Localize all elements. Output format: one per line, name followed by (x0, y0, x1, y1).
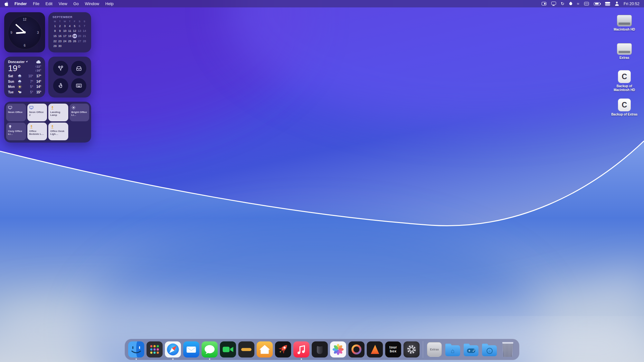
calendar-widget[interactable]: SEPTEMBER M T W T F S S 1 2 3 4 5 6 7 8 … (48, 12, 91, 52)
weather-widget[interactable]: Doncaster 19° ↑22° ↓16° Sat 10° 17° Sun … (4, 57, 45, 97)
dock-gear-utility[interactable] (403, 341, 420, 357)
dock: tour box Extras ⌂ ↓ (125, 339, 519, 360)
rain-icon (17, 74, 22, 78)
calendar-cell: 5 (72, 23, 77, 29)
dock-separator (423, 341, 423, 358)
desktop-icon-label: Backup of Extras (611, 113, 638, 116)
home-folder-icon: ⌂ (445, 345, 460, 356)
forecast-row: Tue 5° 15° (8, 89, 41, 95)
dock-color-ring-app[interactable] (348, 341, 365, 357)
day-header: S (77, 20, 82, 23)
game-controller-glyph (467, 348, 475, 353)
home-tile[interactable]: Office Bedside L… (27, 123, 47, 140)
dock-rocket-app[interactable] (275, 341, 291, 357)
menu-window[interactable]: Window (85, 2, 99, 6)
menu-go[interactable]: Go (73, 2, 79, 6)
battery-icon[interactable] (594, 2, 600, 5)
dock-downloads-folder[interactable]: ↓ (481, 341, 497, 357)
home-tile[interactable]: Neon Office (6, 104, 26, 121)
weather-high: ↑22° (35, 65, 41, 69)
dock-extras-stack[interactable]: Extras (426, 341, 442, 357)
dock-homepod-app[interactable] (312, 341, 328, 357)
monitor-icon (29, 106, 33, 110)
home-tile-label: Office Bedside L… (29, 130, 45, 136)
trash-icon (502, 342, 514, 357)
calendar-cell: 11 (67, 29, 72, 34)
menu-app-name[interactable]: Finder (14, 2, 27, 6)
dock-tourbox[interactable]: tour box (385, 341, 401, 357)
dock-safari[interactable] (165, 341, 181, 357)
shortcut-button-pins[interactable] (53, 61, 68, 76)
calendar-cell: 17 (62, 33, 67, 39)
desktop-icon-extras[interactable]: Extras (605, 43, 643, 60)
display-icon[interactable] (551, 2, 556, 5)
calendar-cell: 10 (62, 29, 67, 34)
desktop-icon-backup-macintosh-hd[interactable]: C Backup of Macintosh HD (605, 70, 643, 92)
forecast-day: Sat (8, 74, 17, 78)
control-center-icon[interactable] (605, 2, 610, 6)
sync-icon[interactable]: ↻ (561, 1, 564, 6)
scribble-icon[interactable]: ≈ (577, 1, 579, 6)
clock-widget[interactable]: 12 3 6 9 (4, 12, 45, 52)
forecast-day: Mon (8, 85, 17, 88)
dock-finder[interactable] (128, 341, 144, 357)
weather-low: ↓16° (35, 69, 41, 72)
lamp-icon (50, 125, 54, 129)
menu-view[interactable]: View (59, 2, 67, 6)
calendar-cell: 29 (52, 43, 57, 49)
home-tile-label: Neon Office (8, 111, 24, 114)
home-tile[interactable]: Landing Lamp (48, 104, 68, 121)
calendar-cell: 2 (57, 23, 62, 29)
user-switch-icon[interactable] (615, 2, 619, 6)
desktop-icon-backup-extras[interactable]: C Backup of Extras (605, 98, 643, 116)
home-tile[interactable]: Bright Office Li… (70, 104, 90, 121)
dock-music[interactable] (293, 341, 309, 357)
tap-icon (57, 82, 64, 89)
calendar-cell: 13 (77, 29, 82, 34)
keyboard-icon[interactable] (584, 2, 589, 5)
tourbox-text-line2: box (390, 349, 396, 353)
apple-logo-icon[interactable] (5, 1, 8, 6)
desktop-icon-macintosh-hd[interactable]: Macintosh HD (605, 15, 643, 32)
shortcut-button-keyboard[interactable] (71, 78, 86, 93)
dock-video-camera-app[interactable] (220, 341, 236, 357)
calendar-cell: 22 (52, 39, 57, 44)
day-header: M (52, 20, 57, 23)
home-tile[interactable]: Neon Office 2 (27, 104, 47, 121)
dock-launchpad[interactable] (147, 341, 163, 357)
day-header: T (67, 20, 72, 23)
wallpaper-waves (0, 0, 644, 362)
sun-icon (18, 85, 22, 89)
menu-clock[interactable]: Fri 20:52 (624, 2, 639, 6)
calendar-cell: 3 (62, 23, 67, 29)
dock-mail[interactable] (183, 341, 199, 357)
pins-icon (57, 65, 64, 72)
dock-trash[interactable] (500, 341, 516, 357)
droplet-icon[interactable] (569, 2, 573, 6)
home-tile[interactable]: Office Desk Ligh… (48, 123, 68, 140)
menu-edit[interactable]: Edit (45, 2, 52, 6)
calendar-cell: 23 (57, 39, 62, 44)
menu-help[interactable]: Help (105, 2, 114, 6)
shortcut-button-tap[interactable] (53, 78, 68, 93)
finder-icon (128, 341, 144, 357)
dock-games-folder[interactable] (463, 341, 479, 357)
calendar-cell: 9 (57, 29, 62, 34)
dock-messages[interactable] (202, 341, 218, 357)
dock-photos[interactable] (330, 341, 346, 357)
day-header: F (72, 20, 77, 23)
dock-home-app[interactable] (257, 341, 273, 357)
color-ring-app-icon (348, 341, 365, 357)
menu-file[interactable]: File (33, 2, 39, 6)
shortcut-button-tray[interactable] (71, 61, 86, 76)
home-tile-label: Neon Office 2 (29, 111, 45, 117)
dock-yellow-band-app[interactable] (238, 341, 254, 357)
forecast-low: 5° (26, 85, 33, 88)
dock-orange-flame-app[interactable] (367, 341, 383, 357)
home-tile[interactable]: Cozy Office Li… (6, 123, 26, 140)
calendar-cell-empty (67, 43, 72, 49)
shortcuts-widget[interactable] (48, 57, 91, 97)
dock-home-folder[interactable]: ⌂ (445, 341, 461, 357)
desktop-icon-label: Extras (620, 56, 630, 60)
screen-mirroring-icon[interactable] (542, 2, 546, 5)
